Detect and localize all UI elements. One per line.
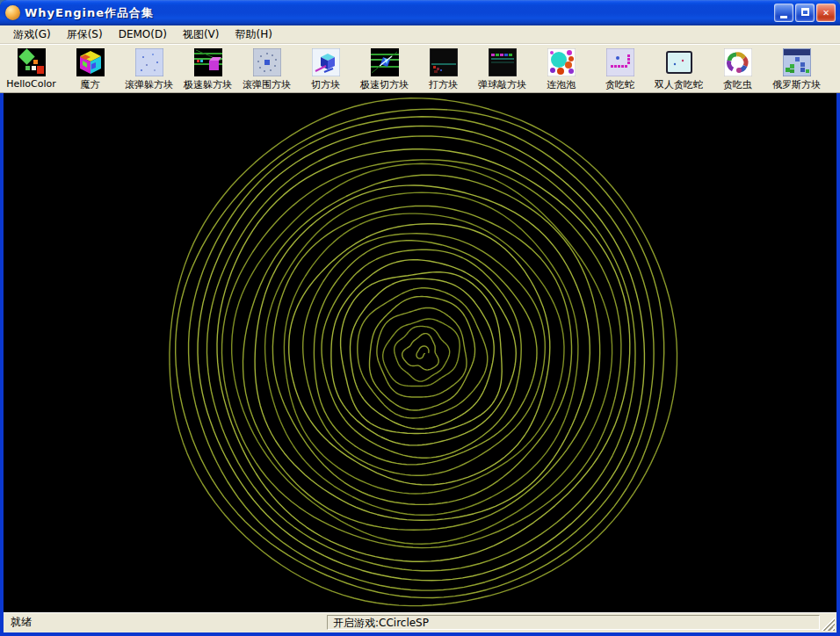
- tool-label: 极速躲方块: [184, 78, 232, 91]
- menu-screensaver[interactable]: 屏保(S): [59, 25, 111, 44]
- spiral-drawing: [4, 93, 836, 612]
- menu-demo[interactable]: DEMO(D): [111, 26, 175, 42]
- tool-label: 滚弹躲方块: [125, 78, 173, 91]
- rubiks-cube-icon: [76, 48, 105, 76]
- tetris-icon: [783, 48, 811, 76]
- toolbar: HelloColor 魔方 滚弹躲方块: [0, 44, 840, 93]
- breakout-icon: [489, 48, 517, 76]
- tool-rolling-dodge[interactable]: 滚弹躲方块: [119, 47, 178, 92]
- tool-label: 极速切方块: [360, 78, 409, 91]
- status-game: 开启游戏:CCircleSP: [327, 615, 820, 630]
- hellocolor-icon: [18, 48, 46, 76]
- tool-rolling-surround[interactable]: 滚弹围方块: [237, 47, 296, 92]
- two-player-snake-icon: [665, 48, 693, 76]
- menu-view[interactable]: 视图(V): [175, 25, 228, 44]
- bubbles-icon: [547, 48, 576, 76]
- tool-cut-cube[interactable]: 切方块: [296, 47, 355, 92]
- tool-label: 贪吃虫: [723, 78, 752, 91]
- status-bar: 就绪 开启游戏:CCircleSP: [4, 612, 836, 632]
- snake-icon: [606, 48, 634, 76]
- tool-label: 俄罗斯方块: [772, 78, 821, 91]
- speed-cut-icon: [371, 48, 399, 76]
- tool-two-player-snake[interactable]: 双人贪吃蛇: [649, 47, 708, 92]
- minimize-icon: [780, 16, 787, 18]
- tool-label: 弹球敲方块: [478, 78, 526, 91]
- tool-breakout[interactable]: 弹球敲方块: [473, 47, 532, 92]
- menu-game[interactable]: 游戏(G): [5, 25, 59, 44]
- tool-snake[interactable]: 贪吃蛇: [590, 47, 649, 92]
- maximize-button[interactable]: [795, 4, 815, 22]
- tool-label: 连泡泡: [547, 78, 576, 91]
- tool-tetris[interactable]: 俄罗斯方块: [767, 47, 826, 92]
- tool-label: 滚弹围方块: [243, 78, 291, 91]
- cut-cube-icon: [312, 48, 340, 76]
- minimize-button[interactable]: [774, 4, 793, 22]
- tool-rubiks-cube[interactable]: 魔方: [61, 47, 119, 92]
- game-canvas[interactable]: [4, 93, 836, 612]
- tool-speed-dodge[interactable]: 极速躲方块: [178, 47, 237, 92]
- window-border-bottom: [0, 632, 840, 636]
- tool-hellocolor[interactable]: HelloColor: [2, 47, 61, 92]
- app-icon: [5, 5, 20, 20]
- status-ready: 就绪: [5, 613, 327, 632]
- speed-dodge-icon: [194, 48, 222, 76]
- resize-grip[interactable]: [822, 618, 835, 631]
- tool-bubbles[interactable]: 连泡泡: [532, 47, 590, 92]
- title-bar[interactable]: WhyEngine作品合集 ✕: [0, 0, 840, 25]
- tool-speed-cut[interactable]: 极速切方块: [355, 47, 414, 92]
- menu-bar: 游戏(G) 屏保(S) DEMO(D) 视图(V) 帮助(H): [0, 25, 840, 44]
- rolling-dodge-icon: [135, 48, 163, 76]
- close-button[interactable]: ✕: [816, 4, 836, 22]
- close-icon: ✕: [822, 6, 829, 18]
- window-title: WhyEngine作品合集: [25, 5, 774, 21]
- menu-help[interactable]: 帮助(H): [227, 25, 279, 44]
- hit-blocks-icon: [430, 48, 458, 76]
- app-window: WhyEngine作品合集 ✕ 游戏(G) 屏保(S) DEMO(D) 视图(V…: [0, 0, 840, 636]
- tool-label: 双人贪吃蛇: [655, 78, 703, 91]
- tool-hit-blocks[interactable]: 打方块: [414, 47, 473, 92]
- tool-label: HelloColor: [6, 78, 56, 90]
- tool-worm[interactable]: 贪吃虫: [708, 47, 767, 92]
- rolling-surround-icon: [253, 48, 281, 76]
- tool-label: 贪吃蛇: [605, 78, 634, 91]
- tool-label: 魔方: [81, 78, 100, 91]
- maximize-icon: [801, 8, 809, 16]
- tool-label: 打方块: [429, 78, 458, 91]
- tool-label: 切方块: [311, 78, 340, 91]
- worm-icon: [724, 48, 752, 76]
